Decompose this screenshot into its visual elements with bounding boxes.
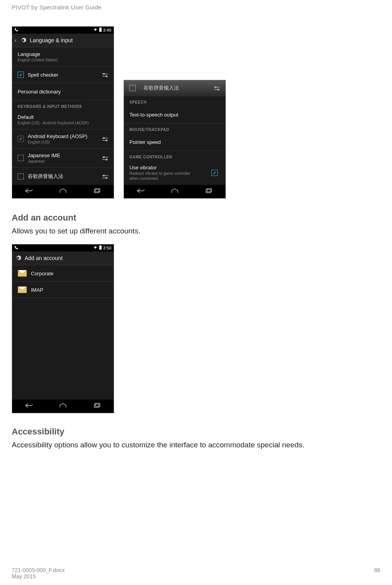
status-bar: 3:50 bbox=[12, 244, 114, 251]
svg-rect-17 bbox=[106, 178, 107, 179]
svg-rect-23 bbox=[218, 89, 218, 90]
text-add-account: Allows you to set up different accounts. bbox=[12, 227, 380, 235]
row-title: IMAP bbox=[31, 287, 43, 293]
row-subtitle: English (United States) bbox=[18, 58, 57, 62]
row-google-pinyin-faded[interactable]: 谷歌拼音输入法 bbox=[124, 80, 226, 96]
sliders-icon[interactable] bbox=[100, 155, 110, 161]
back-nav-icon[interactable] bbox=[135, 188, 147, 195]
svg-rect-27 bbox=[100, 245, 101, 246]
row-title: Spell checker bbox=[28, 72, 58, 78]
svg-rect-18 bbox=[94, 190, 99, 193]
row-use-vibrator[interactable]: Use vibrator Redirect vibrator to game c… bbox=[124, 161, 226, 185]
screenshot-language-input: 3:49 ‹ Language & input Language English… bbox=[12, 26, 114, 199]
row-title: Use vibrator bbox=[129, 165, 200, 170]
back-nav-icon[interactable] bbox=[23, 403, 35, 410]
clock-text: 3:50 bbox=[103, 246, 111, 250]
screenshot-add-account: 3:50 Add an account Corporate bbox=[12, 244, 114, 413]
row-account-corporate[interactable]: Corporate bbox=[12, 265, 114, 282]
sliders-icon[interactable] bbox=[100, 72, 110, 78]
svg-rect-1 bbox=[100, 27, 101, 28]
home-nav-icon[interactable] bbox=[57, 403, 69, 410]
home-nav-icon[interactable] bbox=[169, 188, 181, 195]
settings-header[interactable]: Add an account bbox=[12, 251, 114, 265]
svg-rect-31 bbox=[95, 403, 100, 406]
row-android-keyboard[interactable]: Android Keyboard (AOSP) English (US) bbox=[12, 129, 114, 149]
svg-rect-16 bbox=[104, 175, 104, 176]
row-default-keyboard[interactable]: Default English (US) - Android Keyboard … bbox=[12, 110, 114, 129]
footer-filename: 721-0005-000_F.docx bbox=[12, 567, 64, 573]
recent-nav-icon[interactable] bbox=[91, 403, 103, 410]
screenshot-language-input-scrolled: 谷歌拼音输入法 SPEECH Text-to-speech output MOU… bbox=[124, 80, 226, 199]
svg-rect-0 bbox=[99, 28, 102, 32]
row-subtitle: Japanese bbox=[28, 159, 60, 163]
svg-rect-9 bbox=[106, 140, 107, 141]
svg-rect-22 bbox=[215, 87, 216, 88]
android-navbar bbox=[124, 185, 226, 198]
row-title: 谷歌拼音输入法 bbox=[143, 84, 179, 92]
checkbox-icon[interactable] bbox=[18, 72, 24, 78]
android-navbar bbox=[12, 400, 114, 413]
checkbox-icon[interactable] bbox=[18, 173, 24, 179]
call-icon bbox=[14, 28, 18, 32]
row-pointer-speed[interactable]: Pointer speed bbox=[124, 133, 226, 151]
clock-text: 3:49 bbox=[103, 28, 111, 32]
checkbox-icon[interactable] bbox=[18, 155, 24, 161]
row-title: Corporate bbox=[31, 271, 54, 276]
section-mouse-header: MOUSE/TRACKPAD bbox=[124, 124, 226, 133]
svg-rect-19 bbox=[95, 188, 100, 192]
row-account-imap[interactable]: IMAP bbox=[12, 282, 114, 298]
recent-nav-icon[interactable] bbox=[203, 188, 215, 195]
row-title: Personal dictionary bbox=[18, 89, 61, 95]
checkbox-icon[interactable] bbox=[129, 85, 136, 91]
row-language[interactable]: Language English (United States) bbox=[12, 47, 114, 66]
checkbox-icon[interactable] bbox=[18, 136, 24, 142]
battery-icon bbox=[99, 245, 102, 251]
section-speech-header: SPEECH bbox=[124, 96, 226, 106]
row-spell-checker[interactable]: Spell checker bbox=[12, 66, 114, 83]
screen-title: Language & input bbox=[30, 37, 73, 43]
footer-date: May 2015 bbox=[12, 573, 64, 580]
back-nav-icon[interactable] bbox=[23, 188, 35, 195]
wifi-icon bbox=[93, 246, 98, 250]
document-header: PIVOT by Spectralink User Guide bbox=[12, 4, 380, 11]
svg-rect-8 bbox=[104, 138, 104, 139]
row-title: Pointer speed bbox=[129, 139, 161, 145]
svg-rect-13 bbox=[106, 159, 107, 160]
text-accessibility: Accessibility options allow you to custo… bbox=[12, 441, 380, 449]
row-title: Android Keyboard (AOSP) bbox=[28, 133, 87, 139]
battery-icon bbox=[99, 27, 102, 33]
status-bar: 3:49 bbox=[12, 27, 114, 34]
recent-nav-icon[interactable] bbox=[91, 188, 103, 195]
mail-icon bbox=[18, 286, 27, 293]
svg-rect-25 bbox=[207, 188, 211, 192]
svg-rect-24 bbox=[206, 190, 211, 193]
call-icon bbox=[14, 246, 18, 250]
row-subtitle: English (US) bbox=[28, 140, 87, 144]
settings-header[interactable]: ‹ Language & input bbox=[12, 34, 114, 47]
wifi-icon bbox=[93, 28, 98, 32]
svg-rect-4 bbox=[104, 74, 104, 75]
home-nav-icon[interactable] bbox=[57, 188, 69, 195]
svg-rect-26 bbox=[99, 246, 102, 250]
row-japanese-ime[interactable]: Japanese IME Japanese bbox=[12, 149, 114, 168]
mail-icon bbox=[18, 270, 27, 277]
gear-icon bbox=[14, 255, 21, 262]
sliders-icon[interactable] bbox=[212, 85, 222, 91]
android-navbar bbox=[12, 185, 114, 198]
heading-accessibility: Accessibility bbox=[12, 427, 380, 437]
row-title: Default bbox=[18, 114, 89, 120]
row-tts[interactable]: Text-to-speech output bbox=[124, 106, 226, 124]
svg-rect-5 bbox=[106, 76, 107, 77]
screenshot-row-1: 3:49 ‹ Language & input Language English… bbox=[12, 26, 380, 199]
row-personal-dictionary[interactable]: Personal dictionary bbox=[12, 83, 114, 100]
row-subtitle: Redirect vibrator to game controller whe… bbox=[129, 171, 200, 181]
row-title: 谷歌拼音输入法 bbox=[28, 173, 63, 180]
page-footer: 721-0005-000_F.docx May 2015 86 bbox=[12, 567, 380, 580]
back-icon[interactable]: ‹ bbox=[14, 37, 16, 44]
gear-icon bbox=[20, 37, 27, 44]
sliders-icon[interactable] bbox=[100, 173, 110, 179]
sliders-icon[interactable] bbox=[100, 136, 110, 142]
row-google-pinyin[interactable]: 谷歌拼音输入法 bbox=[12, 168, 114, 185]
checkbox-icon[interactable] bbox=[211, 170, 218, 176]
row-title: Text-to-speech output bbox=[129, 112, 178, 118]
